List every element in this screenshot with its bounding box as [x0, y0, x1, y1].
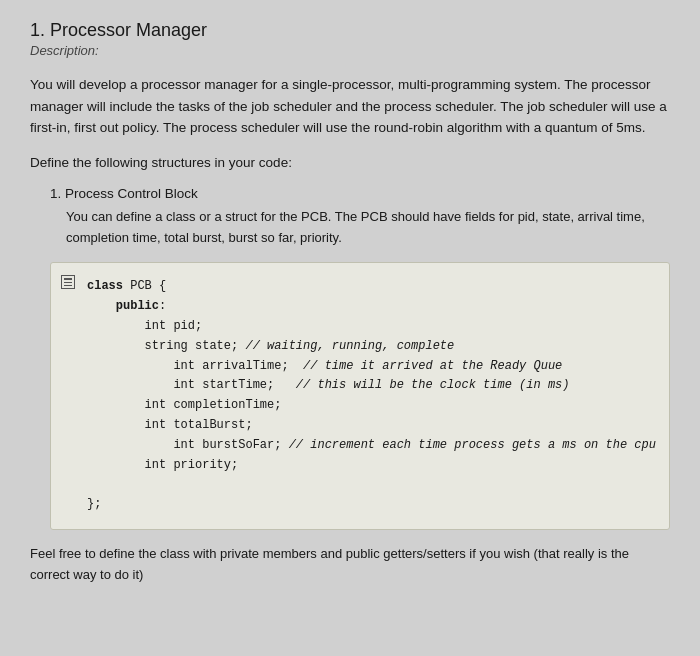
code-line-1: class PCB { [87, 277, 653, 297]
code-block-icon [61, 275, 75, 289]
intro-paragraph: You will develop a processor manager for… [30, 74, 670, 139]
code-line-9: int burstSoFar; // increment each time p… [87, 436, 653, 456]
code-line-10: int priority; [87, 456, 653, 476]
section-pcb-title: 1. Process Control Block [50, 186, 670, 201]
code-content: class PCB { public: int pid; string stat… [67, 277, 653, 515]
description-label: Description: [30, 43, 670, 58]
page-title: 1. Processor Manager [30, 20, 670, 41]
code-line-7: int completionTime; [87, 396, 653, 416]
code-block: class PCB { public: int pid; string stat… [50, 262, 670, 530]
section-pcb-description: You can define a class or a struct for t… [50, 207, 670, 249]
code-line-4: string state; // waiting, running, compl… [87, 337, 653, 357]
define-instructions: Define the following structures in your … [30, 155, 670, 170]
footer-note: Feel free to define the class with priva… [30, 544, 670, 586]
code-line-5: int arrivalTime; // time it arrived at t… [87, 357, 653, 377]
code-line-6: int startTime; // this will be the clock… [87, 376, 653, 396]
code-line-3: int pid; [87, 317, 653, 337]
code-line-closing: }; [87, 495, 653, 515]
section-pcb: 1. Process Control Block You can define … [50, 186, 670, 530]
code-line-8: int totalBurst; [87, 416, 653, 436]
code-line-2: public: [87, 297, 653, 317]
code-line-blank [87, 475, 653, 495]
